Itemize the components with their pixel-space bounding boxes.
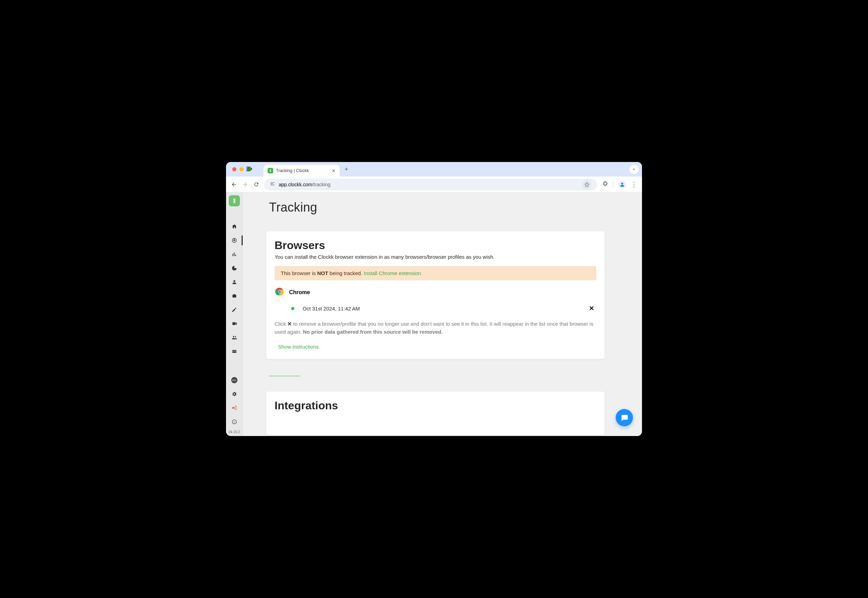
section-divider [269,376,300,376]
integrations-heading: Integrations [274,399,596,412]
sidebar-item-video[interactable] [226,317,243,330]
browser-name: Chrome [289,289,310,296]
sidebar-item-logout[interactable] [226,401,243,415]
svg-point-5 [233,280,235,282]
tabs-overflow-button[interactable] [629,165,638,174]
svg-text:c: c [234,420,235,423]
browser-tab[interactable]: Tracking | Clockk ✕ [264,165,340,176]
sidebar-item-settings[interactable] [226,387,243,401]
sidebar-item-pd-badge[interactable]: PD [226,373,243,387]
extensions-icon[interactable] [602,181,608,188]
close-window-button[interactable] [232,167,236,171]
app-version: 24.10.2 [228,429,240,436]
back-button[interactable] [231,181,237,188]
app-sidebar: PD c 24.10.2 [226,193,243,436]
browser-row: Chrome [274,287,596,298]
x-inline-icon: ✕ [287,321,292,327]
sidebar-item-billing[interactable] [226,344,243,358]
url-text: app.clockk.com/tracking [279,182,330,187]
sidebar-item-home[interactable] [226,220,243,233]
address-bar[interactable]: app.clockk.com/tracking [264,179,597,190]
alert-suffix: being tracked. [328,270,364,276]
svg-point-7 [235,336,236,337]
tracking-alert: This browser is NOT being tracked. Insta… [274,266,596,280]
forward-button[interactable] [242,181,248,188]
svg-rect-9 [232,351,236,351]
intercom-chat-button[interactable] [616,409,633,426]
sidebar-item-edit[interactable] [226,303,243,317]
integrations-card: Integrations [266,392,604,435]
reload-button[interactable] [253,181,259,187]
svg-point-6 [233,336,234,337]
kebab-menu-icon[interactable]: ⋮ [631,181,637,188]
sidebar-item-user[interactable] [226,275,243,289]
new-tab-button[interactable]: + [345,166,348,172]
sidebar-item-about[interactable]: c [226,415,243,429]
profile-avatar-icon[interactable] [618,181,626,188]
tab-close-icon[interactable]: ✕ [332,168,336,173]
tab-title: Tracking | Clockk [276,168,309,173]
sidebar-item-tracking[interactable] [226,233,243,247]
tab-favicon [268,168,273,173]
svg-point-2 [621,182,623,184]
main-content: Tracking Browsers You can install the Cl… [243,193,642,436]
page-title: Tracking [269,200,637,215]
install-extension-link[interactable]: Install Chrome extension [364,270,421,276]
alert-prefix: This browser is [281,270,317,276]
svg-point-1 [273,185,274,185]
browser-toolbar: app.clockk.com/tracking ⋮ [226,176,642,193]
svg-point-16 [279,291,281,293]
site-settings-icon[interactable] [270,181,275,188]
browsers-subtitle: You can install the Clockk browser exten… [274,254,596,260]
sidebar-item-analytics[interactable] [226,261,243,275]
status-dot-icon [291,307,294,310]
remove-instance-button[interactable]: ✕ [589,305,596,312]
alert-strong: NOT [317,270,328,276]
remove-note: Click ✕ to remove a browser/profile that… [274,320,596,336]
window-titlebar: Tracking | Clockk ✕ + [226,162,642,176]
browser-instance-row: Oct 31st 2024, 11:42 AM ✕ [274,302,596,315]
bookmark-star-icon[interactable] [582,180,592,189]
browsers-heading: Browsers [274,239,596,252]
browsers-card: Browsers You can install the Clockk brow… [266,231,604,359]
svg-point-0 [273,182,274,183]
sidebar-item-team[interactable] [226,330,243,344]
app-logo[interactable] [229,195,240,206]
sidebar-item-projects[interactable] [226,289,243,303]
minimize-window-button[interactable] [240,167,244,171]
show-instructions-link[interactable]: Show instructions [274,344,319,350]
chrome-icon [274,287,285,298]
sidebar-item-reports[interactable] [226,247,243,261]
toolbar-separator [613,181,614,188]
instance-timestamp: Oct 31st 2024, 11:42 AM [303,306,360,311]
